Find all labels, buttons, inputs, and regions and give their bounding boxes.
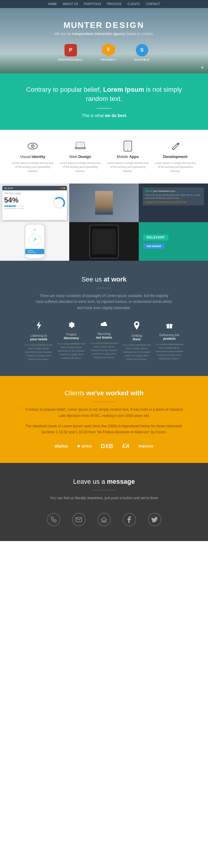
lorem-heading: Contrary to popular belief, Lorem Ipsum … [24,85,184,104]
portfolio-cell-1[interactable]: My server Disk Space usage 54% Recommend… [0,184,69,222]
portfolio-cell-5[interactable] [69,222,139,261]
hero-badges: P PROFESSIONAL F FRIENDLY S SUITABLE [58,43,150,61]
client-maroco: maroco [139,444,154,448]
process-title-5: Delivering the product [159,333,179,340]
process-grid: Listening to your needs It is a long est… [24,321,184,361]
notif-cta: a pretty much worth throwing a party for… [145,201,202,203]
lorem-sub: This is what we do best [24,113,184,118]
process-title-3: Storming our brains [96,332,112,339]
badge-s-label: SUITABLE [134,58,149,61]
badge-professional: P PROFESSIONAL [58,44,83,61]
server-percent: 54% [4,196,25,204]
process-discovery: Project discovery It is a long establish… [56,321,86,361]
laptop-icon [74,140,86,152]
contact-divider [92,490,116,491]
portfolio-cell-2[interactable] [69,184,139,222]
portfolio-cell-6[interactable]: RELEVANT Get started [139,222,208,261]
facebook-icon[interactable] [123,513,136,526]
nav-about[interactable]: ABOUT US [63,2,78,6]
service-title-1: Visual Identity [20,154,45,159]
nav-process[interactable]: PROCESS [107,2,122,6]
pencil-icon [169,140,181,152]
at-work-title: See us at work [24,276,184,283]
svg-rect-15 [103,520,105,522]
service-mobile-apps: Mobile Apps Lorem Ipsum is simply dummy … [107,140,149,174]
server-recommend: Recommended: 2%-40% [4,208,25,209]
svg-rect-8 [125,142,130,149]
process-storming: Storming our brains It is a long establi… [89,321,119,361]
nav-portfolio[interactable]: PORTFOLIO [84,2,101,6]
lightning-icon [35,321,42,332]
hero-title-light: MUNTER [64,21,106,30]
service-title-2: Web Design [69,154,91,159]
badge-suitable: S SUITABLE [134,44,149,61]
contact-title: Leave us a message [24,478,184,486]
badge-f-label: FRIENDLY [101,58,116,61]
hero-title-bold: DESIGN [106,21,144,30]
hero-scroll-icon[interactable]: ▾ [201,65,204,70]
portfolio-cell-4[interactable]: ↗ SWIPE RELEASE [0,222,69,261]
services-section: Visual Identity Lorem Ipsum is simply du… [0,130,208,184]
process-title-4: Getting there [131,334,142,341]
client-artco: artco [77,444,92,448]
lorem-section: Contrary to popular belief, Lorem Ipsum … [0,73,208,130]
process-desc-1: It is a long established fact that a rea… [24,343,54,361]
service-title-4: Development [163,154,187,159]
svg-rect-4 [76,142,84,146]
service-desc-4: Lorem Ipsum is simply dummy text of the … [154,161,196,174]
service-visual-identity: Visual Identity Lorem Ipsum is simply du… [12,140,54,174]
client-ea: EA [122,443,129,449]
gift-icon [166,321,173,331]
notif-user: @floor just mentioned you. [145,190,202,192]
badge-friendly: F FRIENDLY [101,43,116,61]
service-desc-2: Lorem Ipsum is simply dummy text of the … [59,161,101,174]
clients-divider [92,401,116,402]
portfolio-cell-3[interactable]: @floor just mentioned you. Please can we… [139,184,208,222]
nav-clients[interactable]: CLIENTS [127,2,140,6]
nav-home[interactable]: HOME [48,2,57,6]
svg-marker-9 [36,321,41,330]
process-title-2: Project discovery [64,333,79,340]
lorem-divider [96,108,112,109]
at-work-divider [96,288,112,288]
svg-rect-5 [75,148,85,149]
process-desc-5: It is a long established fact that a rea… [154,343,184,361]
eye-icon [27,140,39,152]
badge-p-icon: P [64,44,77,56]
mail-icon[interactable] [72,513,86,526]
clients-text-2: The standard chunk of Lorem Ipsum used s… [24,423,184,435]
client-dxb: DXB [101,443,113,450]
tablet-icon [122,140,134,152]
get-started-button[interactable]: Get started [143,244,165,249]
service-desc-3: Lorem Ipsum is simply dummy text of the … [107,161,149,174]
clients-section: Clients we've worked with Contrary to po… [0,376,208,463]
portfolio-grid: My server Disk Space usage 54% Recommend… [0,184,208,261]
services-grid: Visual Identity Lorem Ipsum is simply du… [12,140,196,174]
clients-text-1: Contrary to popular belief, Lorem Ipsum … [24,406,184,419]
home-icon[interactable] [97,513,111,526]
contact-section: Leave us a message You can find us liter… [0,463,208,541]
server-subtitle: Disk Space usage [2,190,67,196]
nav-contact[interactable]: CONTACT [146,2,160,6]
badge-f-icon: F [102,43,115,56]
contact-icons [24,513,184,526]
twitter-icon[interactable] [148,513,161,526]
hero-title: MUNTER DESIGN [64,21,145,30]
service-desc-1: Lorem Ipsum is simply dummy text of the … [12,161,54,174]
phone-arrow-icon: ↗ [32,237,37,243]
clients-logos: abplus artco DXB EA maroco [24,443,184,450]
gear-icon [68,321,75,330]
process-desc-4: It is a long established fact that a rea… [122,343,152,361]
service-title-3: Mobile Apps [117,154,139,159]
process-delivering: Delivering the product It is a long esta… [154,321,184,361]
phone-button[interactable]: SWIPE RELEASE [25,249,44,254]
client-abplus: abplus [54,444,68,448]
relevant-badge: RELEVANT [143,234,169,241]
phone-icon[interactable] [47,513,60,526]
hero-section: MUNTER DESIGN We are an independent inte… [0,8,208,73]
pin-icon [134,321,140,332]
at-work-desc: There are many variations of passages of… [36,293,172,311]
server-widget-title: My server [4,187,13,189]
navigation: HOME ABOUT US PORTFOLIO PROCESS CLIENTS … [0,0,208,8]
badge-p-label: PROFESSIONAL [58,58,83,61]
